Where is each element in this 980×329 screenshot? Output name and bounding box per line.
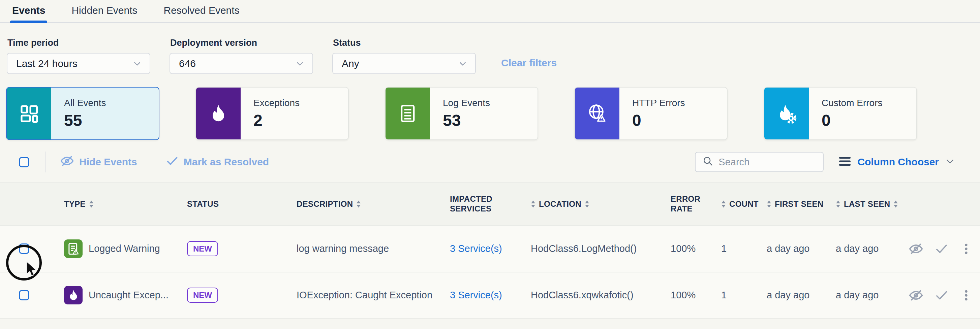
impacted-services-link[interactable]: 3 Service(s) [450,289,531,301]
first-seen-value: a day ago [767,289,836,301]
search-box [695,152,824,172]
column-header-status: STATUS [187,199,297,209]
card-count: 55 [64,111,106,130]
event-location: HodClass6.xqwkafotic() [531,289,671,301]
sort-icon[interactable] [767,200,772,208]
sort-icon[interactable] [89,200,94,208]
sort-icon[interactable] [356,200,361,208]
card-all-events[interactable]: All Events 55 [6,87,159,140]
status-value: Any [342,58,359,69]
mark-as-resolved-button[interactable]: Mark as Resolved [165,154,269,170]
flame-gear-icon [764,87,809,140]
status-label: Status [332,38,476,48]
card-count: 0 [632,111,685,130]
hamburger-icon [838,156,851,168]
status-badge: NEW [187,241,218,256]
select-all-checkbox[interactable] [19,157,29,167]
column-chooser-label: Column Chooser [858,156,939,168]
card-count: 2 [253,111,300,130]
event-description: IOException: Caught Exception [297,289,450,301]
sort-icon[interactable] [893,200,898,208]
sort-icon[interactable] [721,200,726,208]
last-seen-value: a day ago [836,289,908,301]
tab-hidden-events[interactable]: Hidden Events [69,0,139,22]
time-period-select[interactable]: Last 24 hours [7,53,150,74]
table-header-row: TYPE STATUS DESCRIPTION IMPACTED SERVICE… [0,183,980,225]
time-period-label: Time period [7,38,150,48]
column-header-impacted-services[interactable]: IMPACTED SERVICES [450,194,531,214]
card-exceptions[interactable]: Exceptions 2 [196,87,349,140]
card-count: 53 [443,111,490,130]
first-seen-value: a day ago [767,243,836,254]
toolbar-divider [46,151,46,172]
column-header-last-seen[interactable]: LAST SEEN [836,199,908,209]
sort-icon[interactable] [585,200,589,208]
resolve-event-icon[interactable] [934,242,949,256]
column-header-location[interactable]: LOCATION [531,199,671,209]
hide-events-button[interactable]: Hide Events [60,154,137,171]
filters-bar: Time period Last 24 hours Deployment ver… [0,23,980,74]
check-icon [165,154,179,170]
card-custom-errors[interactable]: Custom Errors 0 [764,87,917,140]
hide-event-icon[interactable] [908,241,924,257]
row-checkbox[interactable] [19,290,29,300]
status-badge: NEW [187,288,218,303]
deployment-version-label: Deployment version [170,38,313,48]
error-rate-value: 100% [671,243,721,254]
deployment-version-select[interactable]: 646 [170,53,313,74]
column-header-description[interactable]: DESCRIPTION [297,199,450,209]
status-select[interactable]: Any [332,53,476,74]
table-toolbar: Hide Events Mark as Resolved [0,140,980,183]
kebab-menu-icon[interactable] [959,242,973,256]
events-table: TYPE STATUS DESCRIPTION IMPACTED SERVICE… [0,183,980,319]
search-input[interactable] [719,157,817,168]
resolve-event-icon[interactable] [934,288,949,302]
uncaught-exception-icon [64,286,83,304]
last-seen-value: a day ago [836,243,908,254]
card-title: All Events [64,98,106,108]
time-period-value: Last 24 hours [16,58,78,69]
chevron-down-icon [945,156,955,168]
error-rate-value: 100% [671,289,721,301]
card-title: Log Events [443,98,490,108]
card-log-events[interactable]: Log Events 53 [385,87,538,140]
column-header-first-seen[interactable]: FIRST SEEN [767,199,836,209]
table-row: Uncaught Excep... NEW IOException: Caugh… [0,272,980,319]
eye-slash-icon [60,154,75,171]
chevron-down-icon [458,59,467,68]
event-type-label: Logged Warning [89,243,160,254]
impacted-services-link[interactable]: 3 Service(s) [450,243,531,254]
hide-events-label: Hide Events [79,156,137,168]
row-checkbox[interactable] [19,243,29,254]
table-row: Logged Warning NEW log warning message 3… [0,225,980,272]
column-header-error-rate[interactable]: ERROR RATE [671,194,721,214]
column-chooser-button[interactable]: Column Chooser [838,156,955,168]
card-title: Custom Errors [822,98,882,108]
count-value: 1 [721,289,767,301]
tab-events[interactable]: Events [10,0,47,22]
column-header-type[interactable]: TYPE [64,199,187,209]
globe-warning-icon [575,87,619,140]
sort-icon[interactable] [836,200,840,208]
mark-as-resolved-label: Mark as Resolved [184,156,269,168]
search-icon [702,156,714,168]
card-http-errors[interactable]: HTTP Errors 0 [574,87,728,140]
sort-icon[interactable] [531,200,536,208]
event-type-label: Uncaught Excep... [89,289,169,301]
flame-icon [196,87,240,140]
event-location: HodClass6.LogMethod() [531,243,671,254]
summary-cards: All Events 55 Exceptions 2 Log Events [0,74,980,140]
hide-event-icon[interactable] [908,288,924,303]
event-description: log warning message [297,243,450,254]
column-header-count[interactable]: COUNT [721,199,767,209]
chevron-down-icon [296,59,304,68]
kebab-menu-icon[interactable] [959,289,973,302]
log-warning-icon [64,239,83,258]
clear-filters-button[interactable]: Clear filters [501,57,557,69]
deployment-version-value: 646 [179,58,196,69]
card-count: 0 [822,111,882,130]
card-title: Exceptions [253,98,300,108]
card-title: HTTP Errors [632,98,685,108]
tab-resolved-events[interactable]: Resolved Events [162,0,242,22]
grid-icon [7,87,51,140]
